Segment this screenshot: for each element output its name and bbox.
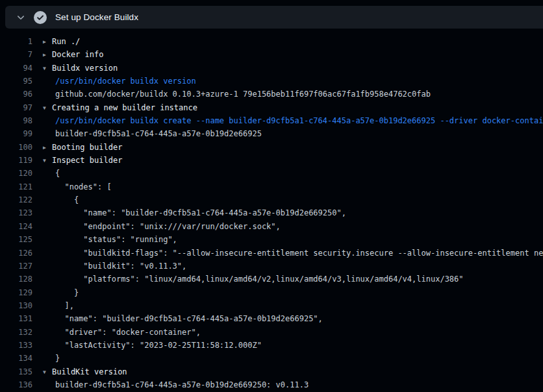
log-output-text: github.com/docker/buildx 0.10.3+azure-1 …: [43, 88, 431, 101]
line-number[interactable]: 133: [0, 339, 32, 352]
log-output-text: "lastActivity": "2023-02-25T11:58:12.000…: [43, 339, 262, 352]
chevron-down-icon[interactable]: [16, 12, 26, 23]
triangle-right-icon: ▶: [43, 36, 52, 49]
step-title: Set up Docker Buildx: [55, 12, 138, 22]
log-output-text: "endpoint": "unix:///var/run/docker.sock…: [43, 220, 281, 233]
log-output-text: "buildkit": "v0.11.3",: [43, 260, 186, 273]
log-output-text: }: [43, 286, 79, 299]
log-line: 126 "buildkitd-flags": "--allow-insecure…: [0, 247, 543, 260]
triangle-right-icon: ▶: [43, 49, 52, 62]
step-header[interactable]: Set up Docker Buildx: [5, 6, 543, 29]
log-group-title: Creating a new builder instance: [52, 103, 197, 112]
log-line: 132 "driver": "docker-container",: [0, 326, 543, 339]
log-line: 7 ▶Docker info: [0, 48, 543, 61]
log-line: 124 "endpoint": "unix:///var/run/docker.…: [0, 220, 543, 233]
triangle-down-icon: ▼: [43, 102, 52, 115]
log-line: 130 ],: [0, 299, 543, 312]
log-line: 136 builder-d9cfb5a1-c764-445a-a57e-0b19…: [0, 378, 543, 391]
log-line: 128 "platforms": "linux/amd64,linux/amd6…: [0, 273, 543, 286]
log-output-text: builder-d9cfb5a1-c764-445a-a57e-0b19d2e6…: [43, 378, 309, 391]
line-number[interactable]: 100: [0, 141, 32, 154]
log-output-text: "platforms": "linux/amd64,linux/amd64/v2…: [43, 273, 464, 286]
triangle-down-icon: ▼: [43, 62, 52, 75]
log-command-text: /usr/bin/docker buildx create --name bui…: [43, 114, 543, 127]
log-output-text: {: [43, 167, 60, 180]
line-number[interactable]: 123: [0, 206, 32, 219]
log-line: 122 {: [0, 193, 543, 206]
log-output-text: builder-d9cfb5a1-c764-445a-a57e-0b19d2e6…: [43, 127, 262, 140]
log-line: 97 ▼Creating a new builder instance: [0, 101, 543, 114]
log-group-header[interactable]: ▼BuildKit version: [43, 365, 127, 379]
log-output-text: ],: [43, 299, 74, 312]
log-output-text: "buildkitd-flags": "--allow-insecure-ent…: [43, 247, 543, 260]
line-number[interactable]: 130: [0, 299, 32, 312]
line-number[interactable]: 136: [0, 378, 32, 391]
log-line: 99 builder-d9cfb5a1-c764-445a-a57e-0b19d…: [0, 127, 543, 140]
log-group-title: Run ./: [52, 37, 80, 46]
line-number[interactable]: 1: [0, 35, 32, 48]
line-number[interactable]: 7: [0, 48, 32, 61]
log-line: 96 github.com/docker/buildx 0.10.3+azure…: [0, 88, 543, 101]
line-number[interactable]: 128: [0, 273, 32, 286]
log-line: 119 ▼Inspect builder: [0, 154, 543, 167]
log-line: 98 /usr/bin/docker buildx create --name …: [0, 114, 543, 127]
log-group-title: Docker info: [52, 50, 103, 59]
line-number[interactable]: 121: [0, 180, 32, 193]
log-group-header[interactable]: ▼Buildx version: [43, 62, 118, 75]
log-output-text: "name": "builder-d9cfb5a1-c764-445a-a57e…: [43, 206, 346, 219]
log-output-text: "driver": "docker-container",: [43, 326, 201, 339]
log-group-title: Inspect builder: [52, 156, 122, 165]
log-line: 127 "buildkit": "v0.11.3",: [0, 260, 543, 273]
line-number[interactable]: 94: [0, 62, 32, 75]
log-group-header[interactable]: ▶Booting builder: [43, 141, 122, 154]
line-number[interactable]: 122: [0, 193, 32, 206]
line-number[interactable]: 95: [0, 75, 32, 88]
log-viewer: 1 ▶Run ./ 7 ▶Docker info 94 ▼Buildx vers…: [0, 35, 543, 391]
log-line: 125 "status": "running",: [0, 233, 543, 246]
log-group-title: Buildx version: [52, 64, 118, 73]
line-number[interactable]: 99: [0, 127, 32, 140]
log-line: 135 ▼BuildKit version: [0, 365, 543, 378]
triangle-down-icon: ▼: [43, 366, 52, 379]
line-number[interactable]: 120: [0, 167, 32, 180]
check-circle-icon: [34, 11, 47, 24]
line-number[interactable]: 127: [0, 260, 32, 273]
log-line: 100 ▶Booting builder: [0, 141, 543, 154]
log-group-title: BuildKit version: [52, 367, 127, 376]
log-output-text: }: [43, 352, 60, 365]
log-command-text: /usr/bin/docker buildx version: [43, 75, 196, 88]
log-group-header[interactable]: ▶Docker info: [43, 48, 103, 62]
line-number[interactable]: 98: [0, 114, 32, 127]
log-line: 95 /usr/bin/docker buildx version: [0, 75, 543, 88]
line-number[interactable]: 96: [0, 88, 32, 101]
log-output-text: "nodes": [: [43, 180, 112, 193]
line-number[interactable]: 129: [0, 286, 32, 299]
log-group-header[interactable]: ▶Run ./: [43, 35, 80, 49]
log-line: 121 "nodes": [: [0, 180, 543, 193]
log-group-header[interactable]: ▼Inspect builder: [43, 154, 122, 167]
line-number[interactable]: 126: [0, 247, 32, 260]
log-line: 120 {: [0, 167, 543, 180]
log-line: 1 ▶Run ./: [0, 35, 543, 48]
log-group-title: Booting builder: [52, 143, 122, 152]
log-output-text: {: [43, 193, 79, 206]
log-line: 134 }: [0, 352, 543, 365]
log-line: 131 "name": "builder-d9cfb5a1-c764-445a-…: [0, 312, 543, 325]
log-line: 94 ▼Buildx version: [0, 62, 543, 75]
triangle-down-icon: ▼: [43, 154, 52, 167]
log-line: 123 "name": "builder-d9cfb5a1-c764-445a-…: [0, 206, 543, 219]
line-number[interactable]: 134: [0, 352, 32, 365]
line-number[interactable]: 97: [0, 101, 32, 114]
line-number[interactable]: 135: [0, 365, 32, 378]
line-number[interactable]: 125: [0, 233, 32, 246]
log-output-text: "status": "running",: [43, 233, 177, 246]
log-line: 129 }: [0, 286, 543, 299]
log-line: 133 "lastActivity": "2023-02-25T11:58:12…: [0, 339, 543, 352]
log-output-text: "name": "builder-d9cfb5a1-c764-445a-a57e…: [43, 312, 323, 325]
line-number[interactable]: 132: [0, 326, 32, 339]
triangle-right-icon: ▶: [43, 141, 52, 154]
line-number[interactable]: 119: [0, 154, 32, 167]
log-group-header[interactable]: ▼Creating a new builder instance: [43, 101, 197, 115]
line-number[interactable]: 131: [0, 312, 32, 325]
line-number[interactable]: 124: [0, 220, 32, 233]
